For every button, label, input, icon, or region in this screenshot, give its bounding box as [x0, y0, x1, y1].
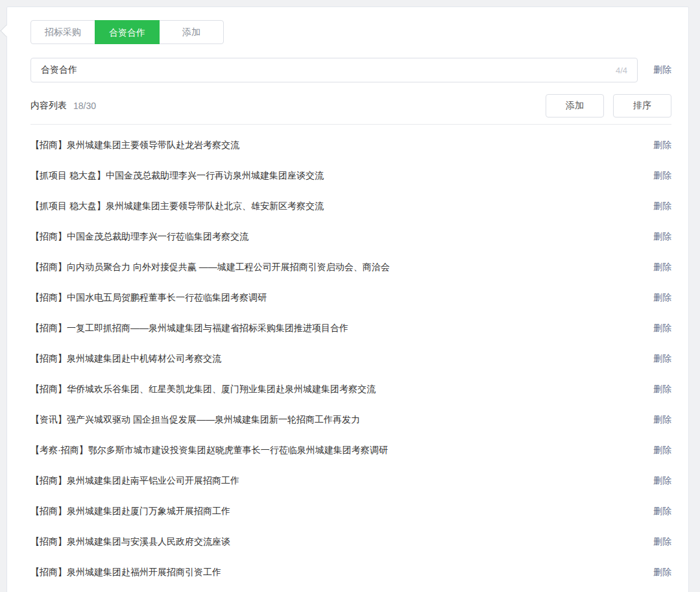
- item-title: 【招商】泉州城建集团赴中机铸材公司考察交流: [30, 353, 638, 365]
- list-item: 【抓项目 稳大盘】中国金茂总裁助理李兴一行再访泉州城建集团座谈交流删除: [30, 160, 671, 191]
- list-item: 【招商】向内动员聚合力 向外对接促共赢 ——城建工程公司开展招商引资启动会、商洽…: [30, 252, 671, 282]
- list-count: 18/30: [73, 101, 96, 111]
- char-counter: 4/4: [616, 66, 627, 75]
- delete-item-link[interactable]: 删除: [653, 475, 671, 487]
- delete-item-link[interactable]: 删除: [653, 201, 671, 212]
- list-item: 【招商】中国金茂总裁助理李兴一行莅临集团考察交流删除: [30, 221, 671, 252]
- list-item: 【资讯】强产兴城双驱动 国企担当促发展——泉州城建集团新一轮招商工作再发力删除: [30, 404, 671, 435]
- category-name-row: 4/4 删除: [30, 58, 671, 82]
- delete-item-link[interactable]: 删除: [653, 567, 671, 578]
- delete-item-link[interactable]: 删除: [653, 323, 671, 334]
- add-item-button[interactable]: 添加: [546, 94, 604, 117]
- item-title: 【招商】向内动员聚合力 向外对接促共赢 ——城建工程公司开展招商引资启动会、商洽…: [30, 262, 638, 273]
- category-tabs: 招标采购 合资合作 添加: [30, 20, 671, 44]
- list-item: 【抓项目 稳大盘】泉州城建集团主要领导带队赴北京、雄安新区考察交流删除: [30, 191, 671, 221]
- list-item: 【招商】泉州城建集团赴厦门万象城开展招商工作删除: [30, 496, 671, 526]
- item-title: 【抓项目 稳大盘】中国金茂总裁助理李兴一行再访泉州城建集团座谈交流: [30, 170, 638, 182]
- tab-add[interactable]: 添加: [159, 20, 224, 44]
- delete-item-link[interactable]: 删除: [653, 445, 671, 456]
- delete-item-link[interactable]: 删除: [653, 231, 671, 243]
- tab-bidding-procurement[interactable]: 招标采购: [30, 20, 95, 44]
- delete-item-link[interactable]: 删除: [653, 506, 671, 517]
- list-item: 【招商】泉州城建集团赴福州开展招商引资工作删除: [30, 557, 671, 587]
- list-item: 【招商】一复工即抓招商——泉州城建集团与福建省招标采购集团推进项目合作删除: [30, 313, 671, 343]
- item-title: 【招商】华侨城欢乐谷集团、红星美凯龙集团、厦门翔业集团赴泉州城建集团考察交流: [30, 384, 638, 395]
- delete-item-link[interactable]: 删除: [653, 536, 671, 548]
- item-title: 【招商】一复工即抓招商——泉州城建集团与福建省招标采购集团推进项目合作: [30, 323, 638, 334]
- item-title: 【招商】中国金茂总裁助理李兴一行莅临集团考察交流: [30, 231, 638, 243]
- list-item: 【招商】华侨城欢乐谷集团、红星美凯龙集团、厦门翔业集团赴泉州城建集团考察交流删除: [30, 374, 671, 404]
- delete-category-link[interactable]: 删除: [653, 64, 671, 76]
- delete-item-link[interactable]: 删除: [653, 353, 671, 365]
- list-item: 【招商】泉州城建集团与安溪县人民政府交流座谈删除: [30, 526, 671, 557]
- list-item: 【招商】泉州城建集团赴中机铸材公司考察交流删除: [30, 343, 671, 374]
- list-item: 【招商】泉州城建集团赴南平铝业公司开展招商工作删除: [30, 465, 671, 496]
- delete-item-link[interactable]: 删除: [653, 414, 671, 426]
- list-item: 【招商】泉州城建集团主要领导带队赴龙岩考察交流删除: [30, 130, 671, 160]
- delete-item-link[interactable]: 删除: [653, 384, 671, 395]
- list-title: 内容列表: [30, 100, 67, 112]
- category-name-input[interactable]: [41, 65, 609, 75]
- divider: [30, 124, 671, 125]
- content-list: 【招商】泉州城建集团主要领导带队赴龙岩考察交流删除【抓项目 稳大盘】中国金茂总裁…: [30, 130, 671, 587]
- delete-item-link[interactable]: 删除: [653, 292, 671, 304]
- item-title: 【招商】泉州城建集团赴厦门万象城开展招商工作: [30, 506, 638, 517]
- item-title: 【资讯】强产兴城双驱动 国企担当促发展——泉州城建集团新一轮招商工作再发力: [30, 414, 638, 426]
- item-title: 【招商】泉州城建集团与安溪县人民政府交流座谈: [30, 536, 638, 548]
- sort-button[interactable]: 排序: [613, 94, 671, 117]
- item-title: 【招商】泉州城建集团主要领导带队赴龙岩考察交流: [30, 140, 638, 151]
- list-header: 内容列表 18/30 添加 排序: [30, 94, 671, 117]
- item-title: 【抓项目 稳大盘】泉州城建集团主要领导带队赴北京、雄安新区考察交流: [30, 201, 638, 212]
- item-title: 【招商】中国水电五局贺鹏程董事长一行莅临集团考察调研: [30, 292, 638, 304]
- list-item: 【考察·招商】鄂尔多斯市城市建设投资集团赵晓虎董事长一行莅临泉州城建集团考察调研…: [30, 435, 671, 465]
- category-name-field: 4/4: [30, 58, 638, 82]
- delete-item-link[interactable]: 删除: [653, 140, 671, 151]
- content-panel: 招标采购 合资合作 添加 4/4 删除 内容列表 18/30 添加 排序 【招商…: [6, 6, 689, 592]
- list-item: 【招商】中国水电五局贺鹏程董事长一行莅临集团考察调研删除: [30, 282, 671, 313]
- item-title: 【招商】泉州城建集团赴福州开展招商引资工作: [30, 567, 638, 578]
- tab-joint-venture[interactable]: 合资合作: [95, 20, 160, 44]
- delete-item-link[interactable]: 删除: [653, 262, 671, 273]
- item-title: 【招商】泉州城建集团赴南平铝业公司开展招商工作: [30, 475, 638, 487]
- item-title: 【考察·招商】鄂尔多斯市城市建设投资集团赵晓虎董事长一行莅临泉州城建集团考察调研: [30, 445, 638, 456]
- delete-item-link[interactable]: 删除: [653, 170, 671, 182]
